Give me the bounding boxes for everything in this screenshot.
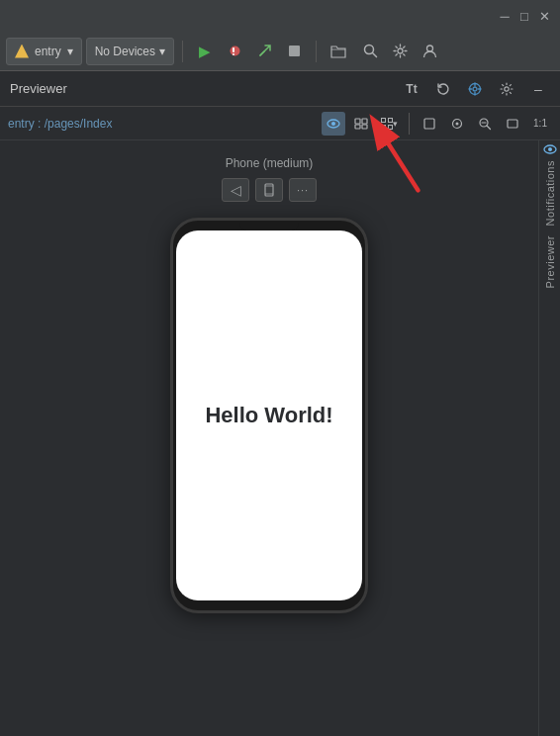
run-button[interactable]: ▶ — [191, 38, 219, 65]
ratio-button[interactable]: 1:1 — [528, 112, 552, 136]
entry-arrow-icon: ▾ — [67, 45, 73, 58]
svg-rect-22 — [388, 118, 392, 122]
sub-toolbar: entry : /pages/Index ▾ — [0, 107, 560, 140]
entry-dropdown[interactable]: entry ▾ — [6, 38, 82, 65]
frame-button[interactable] — [418, 112, 441, 136]
svg-rect-31 — [508, 120, 517, 128]
minimize-button[interactable]: ─ — [497, 8, 513, 24]
tools-group — [356, 38, 443, 65]
entry-group: entry ▾ — [6, 38, 82, 65]
close-button[interactable]: ✕ — [536, 8, 552, 24]
ratio-label: 1:1 — [533, 118, 547, 129]
svg-point-0 — [230, 46, 239, 56]
toolbar-sep-1 — [182, 41, 183, 62]
notifications-tab[interactable]: Notifications — [544, 160, 556, 226]
maximize-button[interactable]: □ — [516, 8, 532, 24]
main-toolbar: entry ▾ No Devices ▾ ▶ — [0, 32, 560, 71]
svg-rect-18 — [362, 119, 367, 124]
panel-title: Previewer — [10, 81, 392, 96]
right-sidebar: Notifications Previewer — [538, 140, 560, 736]
path-separator: : — [38, 117, 45, 131]
pin-button[interactable] — [445, 112, 469, 136]
panel-minimize-button[interactable]: – — [526, 77, 550, 101]
toolbar-sep-2 — [316, 41, 317, 62]
svg-line-5 — [372, 53, 376, 57]
devices-arrow-icon: ▾ — [159, 45, 165, 58]
breadcrumb: entry : /pages/Index — [8, 117, 318, 131]
svg-rect-23 — [381, 125, 385, 129]
svg-rect-21 — [381, 118, 385, 122]
sub-sep — [409, 113, 410, 135]
panel-settings-button[interactable] — [495, 77, 518, 101]
text-format-button[interactable]: Tt — [400, 77, 423, 101]
entry-label: entry — [35, 45, 61, 58]
svg-rect-1 — [233, 47, 234, 52]
no-devices-dropdown[interactable]: No Devices ▾ — [86, 38, 174, 65]
svg-rect-2 — [233, 53, 234, 55]
svg-rect-25 — [424, 119, 434, 129]
open-button[interactable] — [325, 38, 352, 65]
layers-button[interactable] — [349, 112, 373, 136]
entry-icon — [15, 45, 29, 58]
svg-rect-19 — [355, 125, 360, 129]
svg-point-7 — [426, 46, 432, 51]
device-controls: ◁ ··· — [222, 178, 317, 202]
svg-point-9 — [473, 87, 477, 91]
svg-rect-24 — [388, 125, 392, 129]
path-entry: entry — [8, 117, 35, 131]
title-bar: ─ □ ✕ — [0, 0, 560, 32]
previewer-tab[interactable]: Previewer — [544, 235, 556, 288]
devices-group: No Devices ▾ — [86, 38, 174, 65]
zoom-out-button[interactable] — [473, 112, 497, 136]
settings-button[interactable] — [386, 38, 414, 65]
svg-rect-17 — [355, 119, 360, 124]
rotate-button[interactable] — [255, 178, 283, 202]
svg-rect-20 — [362, 125, 367, 129]
devices-label: No Devices — [95, 45, 155, 58]
run-group: ▶ — [191, 38, 308, 65]
stop-button[interactable] — [280, 38, 308, 65]
more-options-button[interactable]: ··· — [289, 178, 317, 202]
panel-header: Previewer Tt – — [0, 71, 560, 107]
target-button[interactable] — [463, 77, 487, 101]
path-value: /pages/Index — [45, 117, 113, 131]
svg-point-6 — [398, 48, 403, 53]
previewer-area: Phone (medium) ◁ ··· Hello World! — [0, 140, 538, 736]
svg-point-14 — [505, 86, 509, 90]
svg-point-16 — [331, 122, 335, 126]
phone-frame: Hello World! — [170, 218, 368, 613]
back-button[interactable]: ◁ — [222, 178, 249, 202]
phone-notch — [239, 221, 299, 230]
main-content: Phone (medium) ◁ ··· Hello World! — [0, 140, 560, 736]
file-group — [325, 38, 352, 65]
device-label: Phone (medium) — [226, 156, 314, 170]
frame2-button[interactable] — [501, 112, 524, 136]
debug-button[interactable] — [221, 38, 248, 65]
svg-rect-3 — [289, 46, 300, 56]
svg-point-36 — [548, 147, 552, 151]
attach-button[interactable] — [250, 38, 278, 65]
hello-world-text: Hello World! — [205, 403, 332, 428]
search-button[interactable] — [356, 38, 384, 65]
text-format-icon: Tt — [406, 82, 417, 96]
svg-point-27 — [456, 122, 459, 125]
phone-screen: Hello World! — [176, 230, 362, 600]
account-button[interactable] — [416, 38, 443, 65]
svg-line-29 — [487, 126, 491, 130]
sidebar-eye-icon[interactable] — [543, 144, 557, 154]
eye-toggle-button[interactable] — [322, 112, 345, 136]
grid-dropdown-button[interactable]: ▾ — [377, 112, 401, 136]
refresh-button[interactable] — [431, 77, 455, 101]
